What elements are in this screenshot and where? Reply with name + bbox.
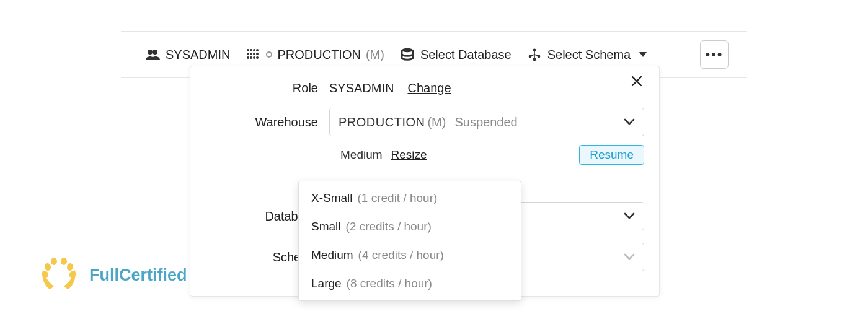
resize-option-detail: (2 credits / hour) bbox=[346, 220, 432, 234]
svg-point-12 bbox=[253, 56, 255, 59]
resize-link[interactable]: Resize bbox=[391, 148, 427, 162]
resize-option-name: Small bbox=[311, 220, 341, 234]
warehouse-select-name: PRODUCTION bbox=[339, 115, 425, 129]
role-label: SYSADMIN bbox=[166, 48, 230, 62]
more-icon: ••• bbox=[705, 46, 723, 63]
schema-pill[interactable]: Select Schema bbox=[521, 46, 652, 63]
schema-label: Select Schema bbox=[547, 48, 631, 62]
resize-option[interactable]: Medium(4 credits / hour) bbox=[299, 241, 521, 269]
close-button[interactable] bbox=[628, 75, 645, 92]
svg-point-22 bbox=[66, 263, 74, 271]
warehouse-icon bbox=[245, 48, 261, 61]
warehouse-select[interactable]: PRODUCTION (M) Suspended bbox=[329, 108, 644, 136]
svg-point-21 bbox=[68, 269, 77, 279]
svg-point-23 bbox=[51, 258, 57, 265]
warehouse-select-status: Suspended bbox=[454, 115, 517, 129]
database-icon bbox=[399, 48, 415, 61]
resize-option-name: Medium bbox=[311, 248, 353, 262]
warehouse-size: (M) bbox=[366, 48, 384, 62]
resize-option-detail: (4 credits / hour) bbox=[358, 248, 444, 262]
svg-point-4 bbox=[253, 49, 255, 51]
warehouse-name: PRODUCTION bbox=[277, 48, 360, 62]
svg-point-19 bbox=[41, 269, 50, 279]
svg-point-2 bbox=[247, 49, 249, 51]
role-change-link[interactable]: Change bbox=[407, 81, 451, 95]
more-menu-button[interactable]: ••• bbox=[700, 40, 728, 69]
resize-option-detail: (8 credits / hour) bbox=[347, 277, 432, 291]
role-field-label: Role bbox=[205, 81, 329, 95]
svg-point-14 bbox=[402, 48, 413, 52]
svg-point-8 bbox=[253, 53, 255, 55]
resize-dropdown: X-Small(1 credit / hour)Small(2 credits … bbox=[298, 181, 521, 301]
brand-text: FullCertified bbox=[89, 266, 187, 285]
laurel-icon bbox=[37, 253, 81, 297]
svg-point-0 bbox=[148, 50, 153, 55]
database-pill[interactable]: Select Database bbox=[394, 46, 516, 63]
svg-point-6 bbox=[247, 53, 249, 55]
resize-option[interactable]: Large(8 credits / hour) bbox=[299, 269, 521, 298]
svg-point-13 bbox=[256, 56, 259, 59]
svg-point-3 bbox=[250, 49, 252, 51]
role-pill[interactable]: SYSADMIN bbox=[140, 46, 235, 63]
resize-option[interactable]: Small(2 credits / hour) bbox=[299, 212, 521, 241]
svg-point-11 bbox=[250, 56, 252, 59]
warehouse-status-dot bbox=[266, 51, 272, 58]
resume-button[interactable]: Resume bbox=[579, 145, 644, 165]
warehouse-pill[interactable]: PRODUCTION (M) bbox=[240, 46, 389, 63]
svg-point-9 bbox=[256, 53, 259, 55]
svg-point-24 bbox=[61, 258, 67, 265]
database-label: Select Database bbox=[420, 48, 512, 62]
svg-point-15 bbox=[533, 49, 536, 52]
svg-point-5 bbox=[256, 49, 259, 51]
chevron-down-icon bbox=[624, 253, 635, 261]
warehouse-field-label: Warehouse bbox=[205, 115, 329, 129]
resize-option-name: Large bbox=[311, 277, 342, 291]
svg-point-1 bbox=[153, 50, 157, 55]
schema-icon bbox=[526, 48, 542, 61]
resize-option-detail: (1 credit / hour) bbox=[358, 191, 438, 205]
svg-point-18 bbox=[533, 58, 536, 61]
chevron-down-icon bbox=[624, 118, 635, 126]
warehouse-select-size: (M) bbox=[427, 115, 446, 129]
role-icon bbox=[144, 48, 161, 61]
chevron-down-icon bbox=[624, 212, 635, 220]
role-field-value: SYSADMIN bbox=[329, 81, 394, 95]
brand-watermark: FullCertified bbox=[37, 253, 187, 297]
warehouse-current-size: Medium bbox=[340, 148, 383, 162]
close-icon bbox=[631, 74, 643, 90]
chevron-down-icon bbox=[639, 52, 647, 57]
svg-point-20 bbox=[44, 263, 52, 271]
svg-point-7 bbox=[250, 53, 252, 55]
svg-point-10 bbox=[247, 56, 249, 59]
resize-option[interactable]: X-Small(1 credit / hour) bbox=[299, 184, 521, 212]
resize-option-name: X-Small bbox=[311, 191, 353, 205]
